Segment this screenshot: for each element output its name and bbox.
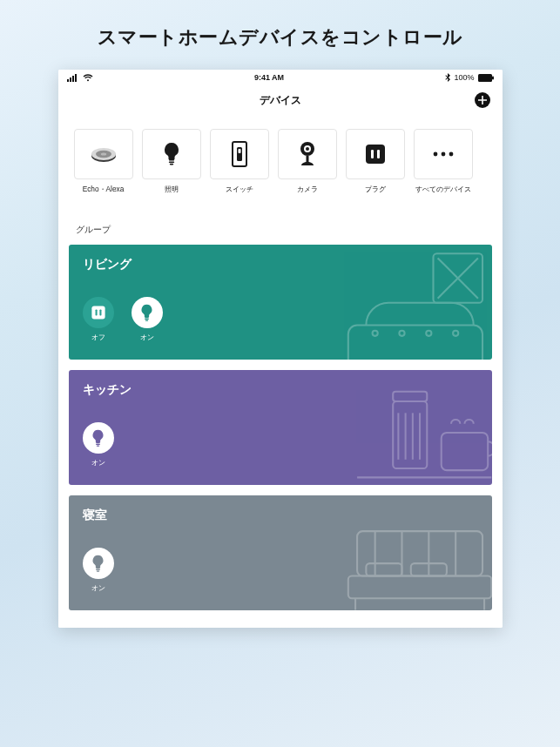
light-icon: [91, 555, 105, 573]
svg-rect-63: [96, 568, 100, 569]
more-icon: [433, 151, 454, 157]
svg-rect-51: [97, 445, 99, 446]
category-label: すべてのデバイス: [415, 185, 471, 194]
light-icon: [91, 429, 105, 448]
category-camera[interactable]: カメラ: [278, 129, 337, 194]
svg-point-9: [100, 153, 105, 156]
svg-rect-65: [97, 570, 99, 571]
light-icon: [140, 304, 153, 322]
category-label: Echo・Alexa: [83, 185, 125, 194]
light-icon: [163, 142, 180, 166]
plug-icon: [364, 143, 387, 165]
control-light-on[interactable]: オン: [83, 422, 114, 468]
control-light-on[interactable]: オン: [132, 297, 163, 342]
control-label: オン: [91, 458, 105, 468]
svg-rect-1: [70, 77, 71, 82]
svg-rect-20: [366, 145, 385, 164]
svg-rect-22: [377, 150, 380, 158]
svg-rect-15: [238, 149, 240, 153]
camera-icon: [298, 141, 317, 167]
group-card-kitchen[interactable]: キッチン オン: [69, 370, 492, 485]
svg-rect-37: [95, 310, 97, 316]
category-light[interactable]: 照明: [142, 129, 201, 194]
device-categories: Echo・Alexa 照明 スイッチ カメラ プラグ: [58, 115, 503, 199]
app-screen: 9:41 AM 100% デバイス Echo・Alexa: [58, 70, 503, 628]
svg-rect-38: [99, 310, 101, 316]
svg-rect-12: [169, 164, 172, 165]
screen-header: デバイス: [58, 85, 503, 115]
svg-rect-3: [75, 74, 77, 82]
svg-rect-40: [145, 318, 149, 319]
svg-point-25: [449, 152, 453, 157]
svg-rect-21: [371, 150, 374, 158]
control-label: オン: [91, 583, 105, 593]
group-title: キッチン: [83, 382, 478, 398]
category-plug[interactable]: プラグ: [346, 129, 405, 194]
echo-icon: [89, 145, 118, 164]
plug-icon: [91, 305, 106, 320]
bluetooth-icon: [445, 73, 450, 82]
svg-rect-36: [91, 306, 105, 319]
group-title: リビング: [83, 257, 478, 273]
group-title: 寝室: [83, 508, 478, 523]
control-light-on[interactable]: オン: [83, 548, 114, 593]
control-plug-off[interactable]: オフ: [83, 297, 114, 342]
battery-icon: [478, 74, 494, 82]
page-title: デバイス: [260, 93, 301, 108]
svg-rect-50: [96, 443, 100, 444]
svg-rect-0: [67, 79, 69, 82]
control-label: オン: [140, 333, 154, 342]
group-card-living[interactable]: リビング オフ オン: [69, 245, 492, 360]
svg-rect-10: [168, 159, 173, 161]
svg-point-18: [306, 147, 309, 151]
category-label: カメラ: [297, 185, 318, 194]
svg-rect-4: [478, 74, 492, 82]
category-echo[interactable]: Echo・Alexa: [74, 129, 133, 194]
category-label: プラグ: [365, 185, 386, 194]
category-all[interactable]: すべてのデバイス: [414, 129, 473, 194]
status-bar: 9:41 AM 100%: [58, 70, 503, 85]
svg-rect-49: [96, 442, 100, 443]
groups-section-label: グループ: [58, 199, 503, 245]
category-label: 照明: [165, 185, 179, 194]
svg-rect-5: [492, 76, 494, 79]
svg-rect-41: [145, 320, 148, 320]
control-label: オフ: [91, 333, 105, 342]
svg-point-24: [441, 152, 445, 157]
add-device-button[interactable]: [475, 92, 490, 108]
svg-point-23: [433, 152, 437, 157]
group-card-bedroom[interactable]: 寝室 オン: [69, 495, 492, 610]
signal-icon: [67, 74, 79, 82]
promo-heading: スマートホームデバイスをコントロール: [98, 24, 463, 50]
wifi-icon: [83, 74, 93, 82]
svg-rect-2: [72, 76, 74, 82]
svg-rect-19: [306, 156, 308, 162]
svg-rect-64: [96, 569, 100, 569]
plus-icon: [478, 96, 487, 104]
category-switch[interactable]: スイッチ: [210, 129, 269, 194]
battery-percent: 100%: [454, 73, 474, 82]
svg-rect-11: [168, 161, 173, 163]
category-label: スイッチ: [226, 185, 253, 194]
groups-list: リビング オフ オン: [58, 245, 503, 628]
svg-rect-39: [145, 317, 149, 318]
switch-icon: [232, 141, 247, 167]
statusbar-time: 9:41 AM: [254, 73, 284, 82]
